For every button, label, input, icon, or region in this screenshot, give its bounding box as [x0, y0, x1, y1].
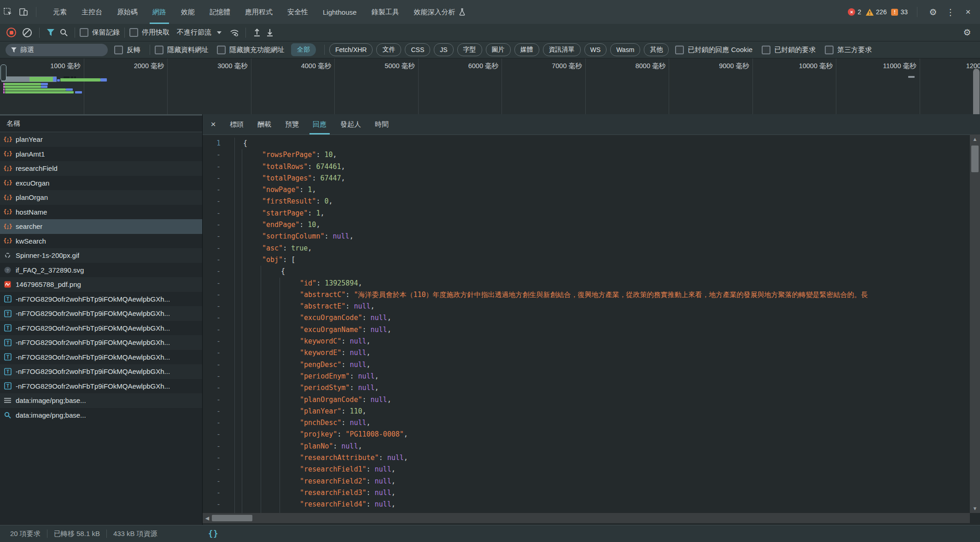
tab-memory[interactable]: 記憶體: [202, 0, 238, 24]
console-errors-badge[interactable]: × 2: [848, 8, 861, 16]
fold-marker[interactable]: -: [203, 417, 235, 429]
record-button[interactable]: [6, 28, 16, 37]
request-row--nF7OG829Oofr2wohFbTp9iF[interactable]: T-nF7OG829Oofr2wohFbTp9iFOkMQAewlpbGXh..…: [0, 306, 202, 321]
settings-gear-icon[interactable]: ⚙: [927, 6, 939, 18]
request-row-if_FAQ_2_372890svg[interactable]: ?if_FAQ_2_372890.svg: [0, 263, 202, 278]
fold-marker[interactable]: -: [203, 487, 235, 499]
invert-checkbox[interactable]: 反轉: [114, 46, 140, 54]
request-row-kwSearch[interactable]: {;}kwSearch: [0, 234, 202, 249]
fold-marker[interactable]: -: [203, 406, 235, 417]
response-code-viewer[interactable]: 1{-"rowsPerPage": 10,-"totalRows": 67446…: [203, 134, 970, 516]
request-row--nF7OG829Oofr2wohFbTp9iF[interactable]: T-nF7OG829Oofr2wohFbTp9iFOkMQAewlpbGXh..…: [0, 379, 202, 394]
fold-marker[interactable]: -: [203, 347, 235, 359]
filter-chip-其他[interactable]: 其他: [644, 43, 669, 56]
tab-performance[interactable]: 效能: [174, 0, 202, 24]
fold-marker[interactable]: -: [203, 219, 235, 231]
filter-chip-WS[interactable]: WS: [584, 43, 607, 56]
tab-recorder[interactable]: 錄製工具: [364, 0, 406, 24]
request-row-1467965788_pdfpng[interactable]: 1467965788_pdf.png: [0, 277, 202, 292]
vertical-scrollbar[interactable]: ▲ ▼: [970, 134, 980, 513]
filter-chip-Fetch/XHR[interactable]: Fetch/XHR: [329, 43, 373, 56]
preserve-log-checkbox[interactable]: 保留記錄: [80, 28, 120, 37]
filter-checkbox-已封鎖的回應 Cookie[interactable]: 已封鎖的回應 Cookie: [675, 46, 752, 54]
fold-marker[interactable]: -: [203, 149, 235, 161]
detail-tab-酬載[interactable]: 酬載: [251, 114, 278, 134]
tab-elements[interactable]: 元素: [46, 0, 74, 24]
request-row-researchField[interactable]: {;}researchField: [0, 161, 202, 176]
fold-marker[interactable]: -: [203, 173, 235, 184]
vscroll-thumb[interactable]: [971, 146, 979, 172]
fold-marker[interactable]: -: [203, 243, 235, 254]
console-warnings-badge[interactable]: 226: [866, 8, 887, 16]
search-icon[interactable]: [57, 27, 70, 39]
request-row--nF7OG829Oofr2wohFbTp9iF[interactable]: T-nF7OG829Oofr2wohFbTp9iFOkMQAewlpbGXh..…: [0, 292, 202, 307]
detail-tab-預覽[interactable]: 預覽: [278, 114, 306, 134]
close-devtools-icon[interactable]: ×: [962, 6, 974, 18]
fold-marker[interactable]: -: [203, 254, 235, 266]
fold-marker[interactable]: -: [203, 499, 235, 510]
fold-marker[interactable]: -: [203, 382, 235, 394]
detail-tab-回應[interactable]: 回應: [306, 114, 333, 134]
filter-checkbox-已封鎖的要求[interactable]: 已封鎖的要求: [762, 46, 816, 54]
tab-performance-insights[interactable]: 效能深入分析: [406, 0, 473, 24]
kebab-menu-icon[interactable]: ⋮: [944, 6, 957, 18]
fold-marker[interactable]: -: [203, 336, 235, 347]
request-row--nF7OG829Oofr2wohFbTp9iF[interactable]: T-nF7OG829Oofr2wohFbTp9iFOkMQAewlpbGXh..…: [0, 335, 202, 350]
filter-input[interactable]: 篩選: [6, 44, 108, 56]
fold-marker[interactable]: -: [203, 161, 235, 173]
fold-marker[interactable]: -: [203, 464, 235, 475]
fold-marker[interactable]: -: [203, 278, 235, 289]
inspect-element-icon[interactable]: [0, 4, 16, 20]
fold-marker[interactable]: -: [203, 324, 235, 336]
request-row-searcher[interactable]: {;}searcher: [0, 219, 202, 234]
fold-marker[interactable]: -: [203, 184, 235, 196]
request-row-hostName[interactable]: {;}hostName: [0, 205, 202, 220]
fold-marker[interactable]: -: [203, 231, 235, 242]
fold-marker[interactable]: -: [203, 266, 235, 277]
fold-marker[interactable]: -: [203, 196, 235, 207]
clear-log-button[interactable]: [23, 28, 32, 37]
tab-sources[interactable]: 原始碼: [110, 0, 145, 24]
tab-application[interactable]: 應用程式: [238, 0, 280, 24]
scroll-up-icon[interactable]: ▲: [970, 134, 980, 144]
network-overview[interactable]: 1000 毫秒2000 毫秒3000 毫秒4000 毫秒5000 毫秒6000 …: [0, 58, 980, 115]
import-har-icon[interactable]: [251, 27, 263, 39]
fold-marker[interactable]: -: [203, 371, 235, 382]
request-row-dataimagepngbase[interactable]: data:image/png;base...: [0, 408, 202, 423]
request-row-planAmt1[interactable]: {;}planAmt1: [0, 147, 202, 162]
network-conditions-icon[interactable]: [228, 27, 241, 39]
fold-marker[interactable]: -: [203, 429, 235, 440]
overview-scrollbar-thumb[interactable]: [973, 69, 980, 115]
filter-chip-全部[interactable]: 全部: [291, 43, 316, 56]
device-toolbar-icon[interactable]: [16, 4, 31, 20]
request-row-planYear[interactable]: {;}planYear: [0, 132, 202, 147]
fold-marker[interactable]: -: [203, 301, 235, 312]
filter-chip-資訊清單[interactable]: 資訊清單: [543, 43, 581, 56]
hide-extension-urls-checkbox[interactable]: 隱藏擴充功能網址: [217, 46, 285, 54]
scroll-down-icon[interactable]: ▼: [970, 504, 980, 513]
filter-chip-文件[interactable]: 文件: [376, 43, 401, 56]
request-row-excuOrgan[interactable]: {;}excuOrgan: [0, 176, 202, 191]
fold-marker[interactable]: -: [203, 452, 235, 464]
filter-toggle-icon[interactable]: [44, 27, 57, 39]
detail-tab-時間[interactable]: 時間: [368, 114, 396, 134]
filter-chip-字型[interactable]: 字型: [457, 43, 482, 56]
request-row-planOrgan[interactable]: {;}planOrgan: [0, 190, 202, 205]
tab-security[interactable]: 安全性: [280, 0, 315, 24]
filter-chip-CSS[interactable]: CSS: [405, 43, 430, 56]
request-row--nF7OG829Oofr2wohFbTp9iF[interactable]: T-nF7OG829Oofr2wohFbTp9iFOkMQAewlpbGXh..…: [0, 350, 202, 365]
request-table-header[interactable]: 名稱: [0, 114, 202, 132]
scroll-left-icon[interactable]: ◀: [203, 515, 212, 521]
fold-marker[interactable]: -: [203, 289, 235, 301]
tab-network[interactable]: 網路: [145, 0, 174, 24]
filter-checkbox-第三方要求[interactable]: 第三方要求: [825, 46, 872, 54]
hide-data-urls-checkbox[interactable]: 隱藏資料網址: [155, 46, 209, 54]
issues-badge[interactable]: ! 33: [891, 8, 908, 16]
request-row--nF7OG829Oofr2wohFbTp9iF[interactable]: T-nF7OG829Oofr2wohFbTp9iFOkMQAewlpbGXh..…: [0, 321, 202, 336]
network-settings-gear-icon[interactable]: ⚙: [961, 26, 974, 39]
filter-chip-JS[interactable]: JS: [434, 43, 453, 56]
fold-marker[interactable]: -: [203, 208, 235, 219]
throttling-select[interactable]: 不進行節流: [177, 28, 222, 37]
fold-marker[interactable]: -: [203, 359, 235, 371]
detail-tab-發起人[interactable]: 發起人: [333, 114, 368, 134]
